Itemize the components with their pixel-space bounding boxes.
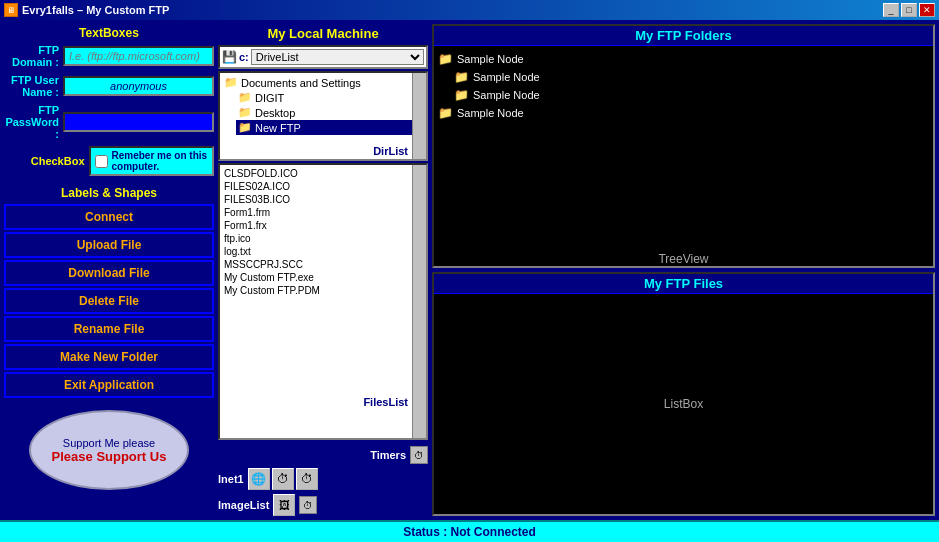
- ftp-files-title: My FTP Files: [434, 274, 933, 294]
- ftp-folders-box: My FTP Folders 📁Sample Node📁Sample Node📁…: [432, 24, 935, 268]
- checkbox-row: CheckBox Remeber me on this computer.: [4, 146, 214, 176]
- files-list: CLSDFOLD.ICOFILES02A.ICOFILES03B.ICOForm…: [218, 163, 428, 440]
- folder-icon: 📁: [454, 70, 469, 84]
- tree-node[interactable]: 📁Sample Node: [454, 68, 929, 86]
- ftp-domain-label: FTP Domain :: [4, 44, 59, 68]
- timer-icon-4: ⏱: [299, 496, 317, 514]
- file-item[interactable]: My Custom FTP.PDM: [222, 284, 424, 297]
- folder-icon: 📁: [224, 76, 238, 89]
- files-scrollbar[interactable]: [412, 165, 426, 438]
- app-icon: 🖥: [4, 3, 18, 17]
- status-bar: Status : Not Connected: [0, 520, 939, 542]
- timers-row: Timers ⏱: [218, 446, 428, 464]
- file-item[interactable]: MSSCCPRJ.SCC: [222, 258, 424, 271]
- dir-list: 📁Documents and Settings📁DIGIT📁Desktop📁Ne…: [218, 71, 428, 161]
- title-bar-buttons: _ □ ✕: [883, 3, 935, 17]
- dir-list-inner: 📁Documents and Settings📁DIGIT📁Desktop📁Ne…: [220, 73, 426, 137]
- ftp-domain-input[interactable]: [63, 46, 214, 66]
- close-button[interactable]: ✕: [919, 3, 935, 17]
- dir-scrollbar[interactable]: [412, 73, 426, 159]
- ftp-files-content: ListBox: [434, 294, 933, 514]
- drive-icon: 💾: [222, 50, 237, 64]
- title-bar: 🖥 Evry1falls – My Custom FTP _ □ ✕: [0, 0, 939, 20]
- timer-icon-3: ⏱: [296, 468, 318, 490]
- imagelist-icon: 🖼: [273, 494, 295, 516]
- middle-panel: My Local Machine 💾 c: DriveList 📁Documen…: [218, 24, 428, 516]
- file-item[interactable]: FILES02A.ICO: [222, 180, 424, 193]
- support-top-text: Support Me please: [63, 437, 155, 449]
- bottom-middle: Timers ⏱ Inet1 🌐 ⏱ ⏱ ImageList 🖼 ⏱: [218, 446, 428, 516]
- right-panel: My FTP Folders 📁Sample Node📁Sample Node📁…: [432, 24, 935, 516]
- folder-icon: 📁: [438, 106, 453, 120]
- tree-node[interactable]: 📁Sample Node: [438, 104, 929, 122]
- exit-button[interactable]: Exit Application: [4, 372, 214, 398]
- remember-text: Remeber me on this computer.: [112, 150, 208, 172]
- imagelist-row: ImageList 🖼 ⏱: [218, 494, 428, 516]
- dir-list-label: DirList: [373, 145, 408, 157]
- title-bar-left: 🖥 Evry1falls – My Custom FTP: [4, 3, 169, 17]
- inet-label: Inet1: [218, 473, 244, 485]
- ftp-domain-row: FTP Domain :: [4, 44, 214, 68]
- newfolder-button[interactable]: Make New Folder: [4, 344, 214, 370]
- textboxes-label: TextBoxes: [4, 24, 214, 42]
- file-item[interactable]: FILES03B.ICO: [222, 193, 424, 206]
- imagelist-label: ImageList: [218, 499, 269, 511]
- connect-button[interactable]: Connect: [4, 204, 214, 230]
- minimize-button[interactable]: _: [883, 3, 899, 17]
- status-text: Status : Not Connected: [403, 525, 536, 539]
- file-item[interactable]: ftp.ico: [222, 232, 424, 245]
- ftp-password-label: FTP PassWord :: [4, 104, 59, 140]
- rename-button[interactable]: Rename File: [4, 316, 214, 342]
- treeview-label: TreeView: [434, 252, 933, 266]
- left-panel: TextBoxes FTP Domain : FTP User Name : F…: [4, 24, 214, 516]
- listbox-label: ListBox: [664, 397, 703, 411]
- main-content: TextBoxes FTP Domain : FTP User Name : F…: [0, 20, 939, 520]
- tree-node[interactable]: 📁Sample Node: [438, 50, 929, 68]
- inet-row: Inet1 🌐 ⏱ ⏱: [218, 468, 428, 490]
- ftp-username-label: FTP User Name :: [4, 74, 59, 98]
- dir-item[interactable]: 📁Desktop: [236, 105, 424, 120]
- file-item[interactable]: Form1.frx: [222, 219, 424, 232]
- file-item[interactable]: My Custom FTP.exe: [222, 271, 424, 284]
- folder-icon: 📁: [238, 121, 252, 134]
- ftp-username-row: FTP User Name :: [4, 74, 214, 98]
- dir-item[interactable]: 📁New FTP: [236, 120, 424, 135]
- inet-icons: 🌐 ⏱ ⏱: [248, 468, 318, 490]
- tree-node[interactable]: 📁Sample Node: [454, 86, 929, 104]
- dir-item[interactable]: 📁Documents and Settings: [222, 75, 424, 90]
- ftp-username-input[interactable]: [63, 76, 214, 96]
- support-ellipse: Support Me please Please Support Us: [29, 410, 189, 490]
- dir-item[interactable]: 📁DIGIT: [236, 90, 424, 105]
- folder-icon: 📁: [438, 52, 453, 66]
- file-item[interactable]: log.txt: [222, 245, 424, 258]
- file-item[interactable]: Form1.frm: [222, 206, 424, 219]
- ftp-password-input[interactable]: [63, 112, 214, 132]
- files-list-inner: CLSDFOLD.ICOFILES02A.ICOFILES03B.ICOForm…: [220, 165, 426, 299]
- maximize-button[interactable]: □: [901, 3, 917, 17]
- drive-select[interactable]: DriveList: [251, 49, 424, 65]
- drive-row: 💾 c: DriveList: [218, 45, 428, 69]
- timer-icon-2: ⏱: [272, 468, 294, 490]
- nav-buttons: ConnectUpload FileDownload FileDelete Fi…: [4, 204, 214, 400]
- support-bottom-text: Please Support Us: [52, 449, 167, 464]
- ftp-folders-content: 📁Sample Node📁Sample Node📁Sample Node📁Sam…: [434, 46, 933, 244]
- timer-icon-1: ⏱: [410, 446, 428, 464]
- drive-c-label: c:: [239, 51, 249, 63]
- window-title: Evry1falls – My Custom FTP: [22, 4, 169, 16]
- upload-button[interactable]: Upload File: [4, 232, 214, 258]
- inet-icon-1: 🌐: [248, 468, 270, 490]
- checkbox-label: CheckBox: [4, 155, 85, 167]
- folder-icon: 📁: [238, 91, 252, 104]
- files-list-label: FilesList: [363, 396, 408, 408]
- folder-icon: 📁: [238, 106, 252, 119]
- checkbox-container[interactable]: Remeber me on this computer.: [89, 146, 214, 176]
- local-machine-title: My Local Machine: [218, 24, 428, 43]
- shapes-label: Labels & Shapes: [4, 186, 214, 200]
- remember-checkbox[interactable]: [95, 155, 108, 168]
- download-button[interactable]: Download File: [4, 260, 214, 286]
- ftp-folders-title: My FTP Folders: [434, 26, 933, 46]
- folder-icon: 📁: [454, 88, 469, 102]
- file-item[interactable]: CLSDFOLD.ICO: [222, 167, 424, 180]
- ftp-password-row: FTP PassWord :: [4, 104, 214, 140]
- delete-button[interactable]: Delete File: [4, 288, 214, 314]
